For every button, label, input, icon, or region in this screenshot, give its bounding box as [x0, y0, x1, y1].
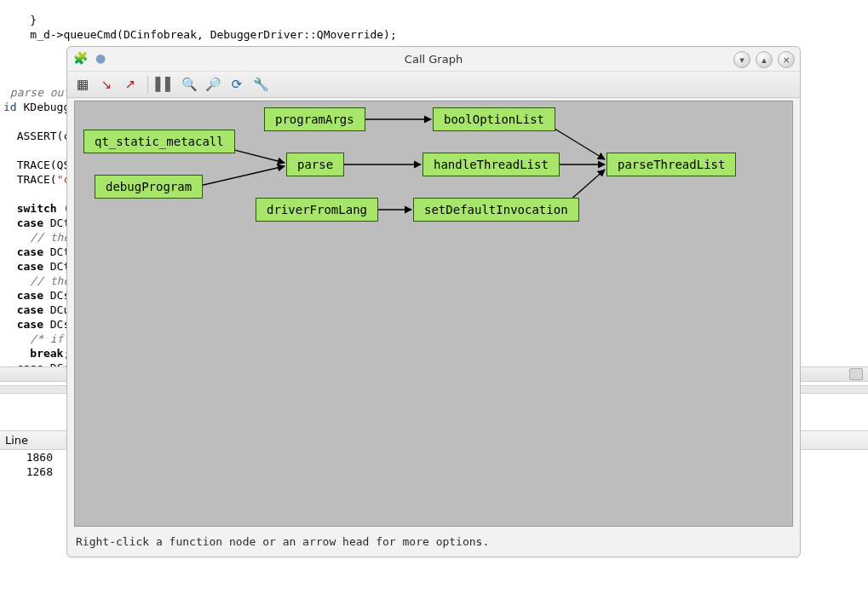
settings-icon[interactable]: 🔧 — [250, 74, 271, 95]
refresh-icon[interactable]: ⟳ — [227, 74, 247, 95]
callee-icon[interactable]: ↗ — [120, 74, 141, 95]
node-driver-from-lang[interactable]: driverFromLang — [256, 198, 378, 222]
node-bool-option-list[interactable]: boolOptionList — [433, 107, 555, 131]
node-program-args[interactable]: programArgs — [264, 107, 365, 131]
minimize-button[interactable]: ▾ — [733, 51, 750, 68]
call-graph-canvas[interactable]: qt_static_metacall debugProgram programA… — [74, 101, 793, 527]
node-parse-thread-list[interactable]: parseThreadList — [606, 153, 736, 176]
toolbar: ▦ ↘ ↗ ▌▌ 🔍 🔎 ⟳ 🔧 — [67, 71, 800, 98]
toolbar-separator — [147, 76, 148, 93]
line-row[interactable]: 1268 — [0, 464, 58, 479]
node-parse[interactable]: parse — [286, 153, 344, 176]
call-graph-window: 🧩 ● Call Graph ▾ ▴ × ▦ ↘ ↗ ▌▌ 🔍 🔎 ⟳ 🔧 — [66, 46, 801, 557]
grid-icon[interactable]: ▦ — [72, 74, 93, 95]
svg-line-1 — [196, 166, 285, 187]
caller-icon[interactable]: ↘ — [96, 74, 117, 95]
maximize-button[interactable]: ▴ — [756, 51, 773, 68]
node-debug-program[interactable]: debugProgram — [95, 175, 203, 199]
zoom-in-icon[interactable]: 🔍 — [179, 74, 199, 95]
close-button[interactable]: × — [778, 51, 795, 68]
hint-text: Right-click a function node or an arrow … — [67, 530, 800, 557]
node-qt-static-metacall[interactable]: qt_static_metacall — [83, 130, 235, 153]
window-title: Call Graph — [405, 53, 463, 66]
app-icon: 🧩 — [72, 50, 88, 66]
line-row[interactable]: 1860 — [0, 450, 58, 464]
globe-icon: ● — [93, 50, 108, 66]
layout-icon[interactable]: ▌▌ — [155, 74, 175, 95]
titlebar[interactable]: 🧩 ● Call Graph ▾ ▴ × — [67, 47, 800, 71]
node-set-default-invocation[interactable]: setDefaultInvocation — [413, 198, 579, 222]
zoom-out-icon[interactable]: 🔎 — [203, 74, 223, 95]
node-handle-thread-list[interactable]: handleThreadList — [423, 153, 560, 176]
scroll-right-button[interactable] — [849, 368, 863, 380]
